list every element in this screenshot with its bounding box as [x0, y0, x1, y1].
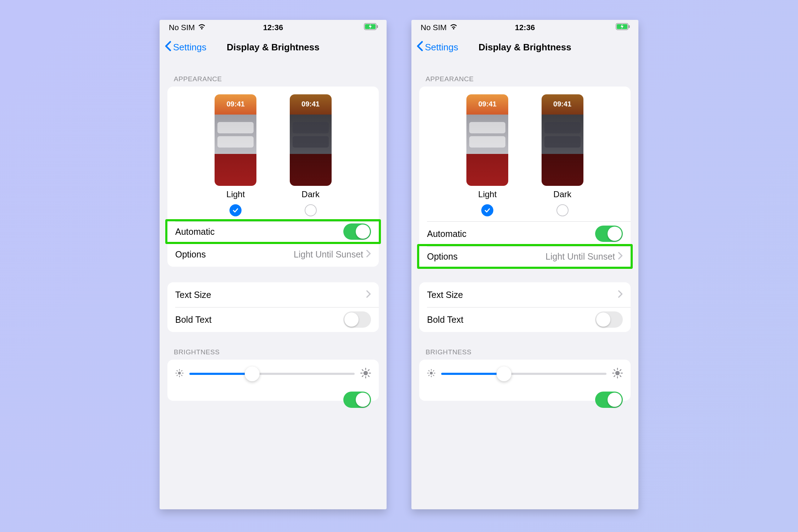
chevron-right-icon [366, 249, 371, 260]
svg-line-17 [362, 370, 363, 371]
status-time: 12:36 [263, 23, 283, 32]
status-bar: No SIM 12:36 [411, 20, 638, 35]
svg-line-9 [182, 375, 182, 376]
dark-preview-thumbnail: 09:41 [290, 94, 332, 186]
text-card: Text Size Bold Text [419, 282, 631, 332]
light-label: Light [226, 189, 245, 199]
svg-line-32 [433, 371, 434, 371]
toggle-peek[interactable] [595, 392, 623, 408]
svg-point-12 [364, 371, 368, 376]
brightness-card [167, 360, 379, 401]
text-size-row[interactable]: Text Size [419, 282, 631, 307]
bold-text-toggle[interactable] [595, 311, 623, 328]
svg-line-40 [614, 376, 615, 377]
appearance-card: 09:41 Light 09:41 Dark Automatic [167, 87, 379, 267]
chevron-right-icon [618, 290, 623, 300]
svg-line-19 [362, 376, 363, 377]
dark-radio[interactable] [305, 204, 317, 216]
chevron-left-icon [416, 41, 423, 54]
appearance-section-header: APPEARANCE [160, 59, 387, 87]
brightness-slider-row[interactable] [167, 360, 379, 388]
brightness-slider[interactable] [441, 373, 606, 375]
svg-line-39 [620, 376, 621, 377]
light-preview-thumbnail: 09:41 [215, 94, 256, 186]
light-label: Light [478, 189, 497, 199]
back-button[interactable]: Settings [165, 41, 206, 54]
svg-line-20 [368, 370, 369, 371]
svg-line-18 [368, 376, 369, 377]
options-row[interactable]: Options Light Until Sunset [417, 244, 633, 269]
svg-rect-1 [377, 25, 378, 28]
options-label: Options [427, 251, 458, 262]
automatic-toggle[interactable] [343, 223, 371, 240]
options-value: Light Until Sunset [294, 249, 363, 260]
appearance-option-dark[interactable]: 09:41 Dark [542, 94, 583, 216]
dark-preview-thumbnail: 09:41 [542, 94, 583, 186]
appearance-section-header: APPEARANCE [411, 59, 638, 87]
svg-line-10 [177, 375, 178, 376]
automatic-toggle[interactable] [595, 226, 623, 242]
brightness-slider-thumb[interactable] [245, 366, 260, 381]
page-title: Display & Brightness [478, 42, 571, 53]
svg-rect-22 [629, 25, 630, 28]
back-label: Settings [173, 42, 206, 53]
text-size-label: Text Size [427, 290, 463, 300]
brightness-slider[interactable] [189, 373, 355, 375]
bold-text-row[interactable]: Bold Text [167, 307, 379, 332]
light-radio[interactable] [481, 204, 493, 216]
wifi-icon [198, 22, 206, 33]
light-radio[interactable] [229, 204, 242, 216]
appearance-previews: 09:41 Light 09:41 Dark [167, 87, 379, 221]
bold-text-row[interactable]: Bold Text [419, 307, 631, 332]
toggle-peek[interactable] [343, 392, 371, 408]
automatic-row[interactable]: Automatic [165, 219, 381, 244]
battery-icon [364, 23, 379, 32]
svg-line-41 [620, 370, 621, 371]
text-size-label: Text Size [175, 290, 211, 300]
svg-line-29 [429, 371, 430, 371]
text-size-row[interactable]: Text Size [167, 282, 379, 307]
brightness-card [419, 360, 631, 401]
preview-time: 09:41 [542, 100, 583, 108]
preview-time: 09:41 [215, 100, 256, 108]
options-row[interactable]: Options Light Until Sunset [167, 242, 379, 267]
bold-text-label: Bold Text [175, 315, 211, 325]
bold-text-toggle[interactable] [343, 311, 371, 328]
sun-large-icon [360, 368, 371, 380]
light-preview-thumbnail: 09:41 [466, 94, 508, 186]
sim-status: No SIM [421, 23, 447, 32]
brightness-section-header: BRIGHTNESS [160, 332, 387, 360]
preview-time: 09:41 [290, 100, 332, 108]
wifi-icon [449, 22, 458, 33]
preview-time: 09:41 [466, 100, 508, 108]
svg-line-11 [182, 371, 182, 371]
dark-label: Dark [301, 189, 320, 199]
svg-point-3 [178, 372, 181, 375]
dark-radio[interactable] [556, 204, 569, 216]
sun-small-icon [427, 369, 436, 379]
appearance-option-light[interactable]: 09:41 Light [215, 94, 256, 216]
appearance-previews: 09:41 Light 09:41 Dark [419, 87, 631, 221]
options-label: Options [175, 249, 206, 260]
navbar: Settings Display & Brightness [160, 35, 387, 59]
text-card: Text Size Bold Text [167, 282, 379, 332]
automatic-label: Automatic [175, 227, 215, 237]
automatic-row[interactable]: Automatic [419, 221, 631, 246]
brightness-slider-thumb[interactable] [497, 366, 511, 381]
svg-line-8 [177, 371, 178, 371]
back-label: Settings [425, 42, 458, 53]
svg-line-31 [429, 375, 430, 376]
dark-label: Dark [553, 189, 571, 199]
svg-line-38 [614, 370, 615, 371]
appearance-option-dark[interactable]: 09:41 Dark [290, 94, 332, 216]
brightness-section-header: BRIGHTNESS [411, 332, 638, 360]
sun-large-icon [612, 368, 623, 380]
brightness-slider-row[interactable] [419, 360, 631, 388]
next-toggle-peek [419, 388, 631, 401]
chevron-right-icon [618, 251, 623, 262]
phone-screenshot-1: No SIM 12:36 Settings Display & Brightne… [160, 20, 387, 509]
back-button[interactable]: Settings [416, 41, 458, 54]
status-time: 12:36 [515, 23, 535, 32]
appearance-option-light[interactable]: 09:41 Light [466, 94, 508, 216]
bold-text-label: Bold Text [427, 315, 463, 325]
